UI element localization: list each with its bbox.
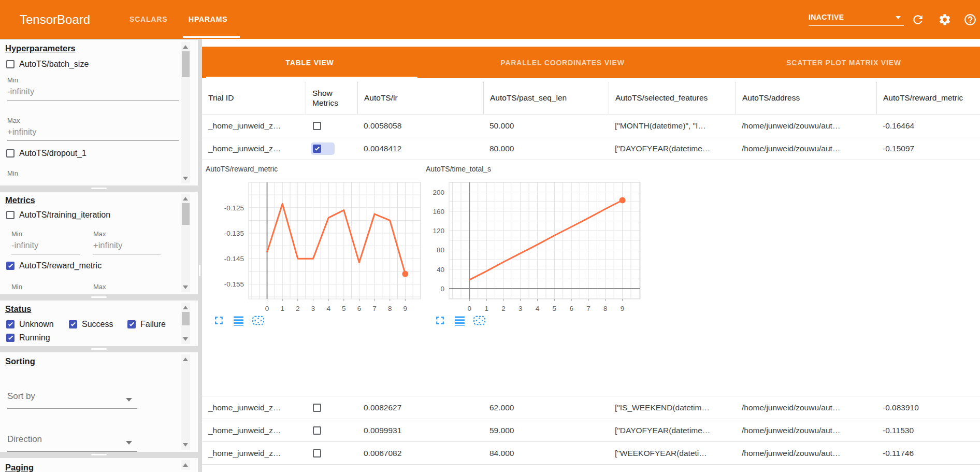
batch-size-max-input[interactable]: +infinity — [7, 127, 179, 141]
direction-select[interactable]: Direction — [7, 434, 137, 452]
status-running-checkbox[interactable] — [6, 334, 15, 342]
svg-text:4: 4 — [536, 305, 540, 312]
col-trial-id[interactable]: Trial ID — [202, 82, 306, 114]
main-panel: TABLE VIEW PARALLEL COORDINATES VIEW SCA… — [202, 39, 980, 472]
scroll-down-icon[interactable] — [183, 443, 188, 447]
batch-size-min-input[interactable]: -infinity — [7, 87, 179, 101]
active-view-tab-indicator — [206, 77, 417, 78]
training-iteration-checkbox[interactable] — [6, 211, 15, 219]
max-label: Max — [93, 230, 106, 238]
direction-placeholder: Direction — [7, 434, 42, 444]
tab-parallel-coordinates-view[interactable]: PARALLEL COORDINATES VIEW — [417, 47, 708, 78]
max-label: Max — [7, 117, 20, 124]
app-title: TensorBoard — [20, 0, 90, 39]
status-running: Running — [6, 333, 50, 342]
status-failure-checkbox[interactable] — [127, 320, 136, 328]
show-metrics-checkbox[interactable] — [313, 122, 321, 130]
fullscreen-icon[interactable] — [212, 314, 225, 327]
scroll-up-icon[interactable] — [183, 45, 188, 49]
help-icon[interactable] — [963, 13, 977, 26]
scroll-up-icon[interactable] — [183, 197, 188, 201]
metrics-scrollbar[interactable] — [181, 194, 190, 292]
fit-data-icon[interactable] — [252, 314, 265, 327]
log-scale-icon[interactable] — [232, 314, 245, 327]
status-unknown-checkbox[interactable] — [6, 320, 15, 328]
col-selected-features[interactable]: AutoTS/selected_features — [609, 82, 736, 114]
dropout-checkbox[interactable] — [6, 149, 15, 158]
scrollbar-thumb[interactable] — [182, 203, 190, 225]
sorting-scrollbar[interactable] — [181, 354, 190, 450]
scroll-down-icon[interactable] — [183, 177, 188, 180]
panel-resize-handle[interactable] — [0, 185, 198, 192]
tab-table-view[interactable]: TABLE VIEW — [202, 47, 417, 78]
gear-icon[interactable] — [938, 13, 952, 26]
table-row[interactable]: _home_junweid_z… 0.0099931 59.000 ["DAYO… — [202, 419, 980, 442]
training-iteration-min-input[interactable]: -infinity — [11, 240, 80, 254]
sort-by-select[interactable]: Sort by — [7, 391, 137, 409]
show-metrics-checkbox[interactable] — [313, 449, 321, 457]
table-row[interactable]: _home_junweid_z… 0.0048412 80.000 ["DAYO… — [202, 137, 980, 160]
time-total-chart[interactable]: 012345678904080120160200 — [418, 180, 643, 320]
col-past-seq-len[interactable]: AutoTS/past_seq_len — [483, 82, 609, 114]
log-scale-icon[interactable] — [453, 314, 466, 327]
past-seq-len-cell: 62.000 — [483, 396, 609, 419]
status-scrollbar[interactable] — [181, 303, 190, 344]
hyperparameters-panel: Hyperparameters AutoTS/batch_size Min -i… — [0, 40, 198, 185]
col-address[interactable]: AutoTS/address — [736, 82, 876, 114]
show-metrics-checkbox[interactable] — [313, 145, 321, 153]
tab-hparams[interactable]: HPARAMS — [189, 0, 227, 39]
show-metrics-cell — [306, 442, 357, 464]
panel-resize-handle[interactable] — [0, 452, 198, 458]
show-metrics-checkbox[interactable] — [313, 404, 321, 412]
scroll-down-icon[interactable] — [183, 337, 188, 341]
status-success: Success — [69, 320, 113, 329]
scroll-up-icon[interactable] — [183, 306, 188, 309]
fit-data-icon[interactable] — [473, 314, 486, 327]
col-reward-metric[interactable]: AutoTS/reward_metric — [876, 82, 980, 114]
chart-title-time-total: AutoTS/time_total_s — [426, 165, 491, 173]
svg-text:1: 1 — [280, 305, 284, 312]
run-status-dropdown[interactable]: INACTIVE — [809, 9, 904, 26]
scroll-up-icon[interactable] — [183, 357, 188, 361]
show-metrics-checkbox[interactable] — [313, 426, 321, 435]
paging-scrollbar[interactable] — [181, 460, 190, 470]
selected-features-cell: ["WEEKOFYEAR(dateti… — [609, 442, 736, 464]
sidebar-resize-grip[interactable] — [199, 265, 200, 276]
resize-grip — [91, 454, 107, 455]
reward-metric-checkbox[interactable] — [6, 262, 15, 270]
min-label: Min — [7, 169, 18, 177]
panel-resize-handle[interactable] — [0, 294, 198, 301]
status-failure: Failure — [127, 320, 166, 329]
col-lr[interactable]: AutoTS/lr — [357, 82, 483, 114]
scroll-up-icon[interactable] — [183, 463, 188, 467]
batch-size-checkbox[interactable] — [6, 60, 15, 68]
refresh-icon[interactable] — [911, 13, 925, 26]
table-row[interactable]: _home_junweid_z… 0.0082627 62.000 ["IS_W… — [202, 396, 980, 419]
show-metrics-cell — [306, 419, 357, 441]
status-success-checkbox[interactable] — [69, 320, 77, 328]
table-row[interactable]: _home_junweid_z… 0.0058058 50.000 ["MONT… — [202, 115, 980, 137]
reward-metric-chart[interactable]: 0123456789-0.125-0.135-0.145-0.155 — [218, 180, 424, 320]
address-cell: /home/junweid/zouwu/aut… — [736, 137, 876, 160]
scrollbar-thumb[interactable] — [182, 312, 190, 325]
selected-features-cell: ["DAYOFYEAR(datetime… — [609, 419, 736, 441]
tab-scatter-plot-matrix-view[interactable]: SCATTER PLOT MATRIX VIEW — [708, 47, 980, 78]
trial-id-cell: _home_junweid_z… — [202, 137, 306, 160]
svg-text:200: 200 — [433, 189, 444, 196]
metric-training-iteration-row: AutoTS/training_iteration — [6, 210, 110, 220]
resize-grip — [91, 188, 107, 189]
panel-resize-handle[interactable] — [0, 346, 198, 352]
tab-scalars[interactable]: SCALARS — [129, 0, 167, 39]
training-iteration-max-input[interactable]: +infinity — [93, 240, 161, 254]
svg-text:7: 7 — [586, 305, 590, 312]
sort-by-placeholder: Sort by — [7, 391, 35, 401]
reward-metric-cell: -0.083910 — [876, 396, 980, 419]
scrollbar-thumb[interactable] — [182, 51, 190, 77]
hyperparameters-scrollbar[interactable] — [181, 42, 190, 183]
fullscreen-icon[interactable] — [434, 314, 446, 327]
status-heading: Status — [5, 304, 31, 314]
scroll-down-icon[interactable] — [183, 285, 188, 289]
col-show-metrics[interactable]: Show Metrics — [306, 82, 357, 114]
table-row[interactable]: _home_junweid_z… 0.0067082 84.000 ["WEEK… — [202, 442, 980, 465]
hyperparameters-heading: Hyperparameters — [5, 44, 76, 53]
